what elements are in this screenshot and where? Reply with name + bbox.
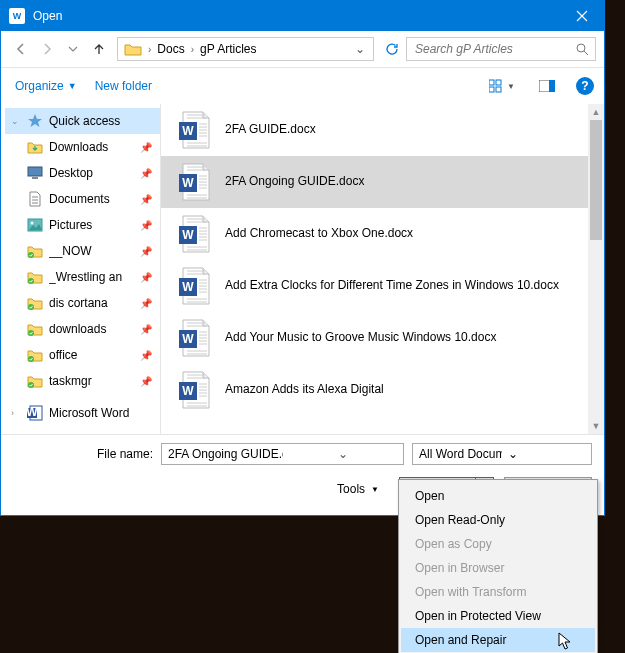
search-box[interactable] — [406, 37, 596, 61]
body: ⌄Quick accessDownloads📌Desktop📌Documents… — [1, 104, 604, 434]
filename-field[interactable]: 2FA Ongoing GUIDE.docx ⌄ — [161, 443, 404, 465]
sidebar-item-label: Downloads — [49, 140, 134, 154]
svg-text:W: W — [182, 124, 194, 138]
pin-icon: 📌 — [140, 376, 152, 387]
file-name: Add Extra Clocks for Different Time Zone… — [225, 278, 588, 294]
sidebar-item-desktop[interactable]: Desktop📌 — [5, 160, 160, 186]
chevron-right-icon: › — [11, 408, 21, 418]
scroll-up-icon[interactable]: ▲ — [588, 104, 604, 120]
dropdown-item-open-read-only[interactable]: Open Read-Only — [401, 508, 595, 532]
sidebar-item--now[interactable]: __NOW📌 — [5, 238, 160, 264]
file-name: 2FA Ongoing GUIDE.docx — [225, 174, 588, 190]
word-icon: W — [27, 405, 43, 421]
word-doc-icon: W — [177, 318, 211, 358]
sidebar-item--wrestling-an[interactable]: _Wrestling an📌 — [5, 264, 160, 290]
svg-point-0 — [577, 44, 585, 52]
pin-icon: 📌 — [140, 220, 152, 231]
sidebar-item-label: Quick access — [49, 114, 160, 128]
sidebar-item-microsoft-word[interactable]: ›WMicrosoft Word — [5, 400, 160, 426]
svg-rect-7 — [28, 167, 42, 176]
folder-check-icon — [27, 269, 43, 285]
breadcrumb[interactable]: › Docs › gP Articles ⌄ — [117, 37, 374, 61]
sidebar-item-label: _Wrestling an — [49, 270, 134, 284]
up-button[interactable] — [87, 37, 111, 61]
word-doc-icon: W — [177, 266, 211, 306]
sidebar-item-pictures[interactable]: Pictures📌 — [5, 212, 160, 238]
search-input[interactable] — [413, 41, 576, 57]
svg-text:W: W — [182, 176, 194, 190]
close-button[interactable] — [559, 1, 604, 31]
organize-menu[interactable]: Organize ▼ — [15, 79, 77, 93]
sidebar-item-label: __NOW — [49, 244, 134, 258]
word-doc-icon: W — [177, 110, 211, 150]
open-dropdown-menu: OpenOpen Read-OnlyOpen as CopyOpen in Br… — [398, 479, 598, 653]
dropdown-item-open-as-copy: Open as Copy — [401, 532, 595, 556]
mouse-cursor — [558, 632, 574, 652]
file-row[interactable]: WAdd Chromecast to Xbox One.docx — [161, 208, 604, 260]
sidebar-item-taskmgr[interactable]: taskmgr📌 — [5, 368, 160, 394]
help-button[interactable]: ? — [576, 77, 594, 95]
pane-icon — [539, 80, 555, 92]
sidebar: ⌄Quick accessDownloads📌Desktop📌Documents… — [1, 104, 161, 434]
thumbnails-icon — [489, 79, 505, 93]
chevron-down-icon — [68, 46, 78, 52]
pin-icon: 📌 — [140, 350, 152, 361]
sidebar-item-dis-cortana[interactable]: dis cortana📌 — [5, 290, 160, 316]
breadcrumb-item[interactable]: gP Articles — [196, 42, 260, 56]
sidebar-item-label: taskmgr — [49, 374, 134, 388]
nav-row: › Docs › gP Articles ⌄ — [1, 31, 604, 68]
word-app-icon: W — [9, 8, 25, 24]
view-mode-button[interactable]: ▼ — [486, 76, 518, 96]
dropdown-item-open-with-transform: Open with Transform — [401, 580, 595, 604]
scroll-down-icon[interactable]: ▼ — [588, 418, 604, 434]
chevron-down-icon[interactable]: ⌄ — [502, 447, 591, 461]
svg-rect-4 — [496, 87, 501, 92]
svg-rect-2 — [496, 80, 501, 85]
dropdown-item-open[interactable]: Open — [401, 484, 595, 508]
search-icon[interactable] — [576, 43, 589, 56]
word-doc-icon: W — [177, 370, 211, 410]
filename-label: File name: — [13, 447, 153, 461]
tools-menu[interactable]: Tools▼ — [337, 482, 379, 496]
file-type-filter[interactable]: All Word Documents (*.docx;*.d ⌄ — [412, 443, 592, 465]
file-row[interactable]: WAdd Extra Clocks for Different Time Zon… — [161, 260, 604, 312]
refresh-icon — [385, 42, 399, 56]
folder-check-icon — [27, 373, 43, 389]
sidebar-item-documents[interactable]: Documents📌 — [5, 186, 160, 212]
back-button[interactable] — [9, 37, 33, 61]
close-icon — [576, 10, 588, 22]
scrollbar[interactable]: ▲ ▼ — [588, 104, 604, 434]
scroll-thumb[interactable] — [590, 120, 602, 240]
window-title: Open — [33, 9, 559, 23]
file-row[interactable]: WAmazon Adds its Alexa Digital — [161, 364, 604, 416]
breadcrumb-dropdown[interactable]: ⌄ — [349, 42, 371, 56]
pin-icon: 📌 — [140, 246, 152, 257]
sidebar-item-office[interactable]: office📌 — [5, 342, 160, 368]
svg-rect-3 — [489, 87, 494, 92]
sidebar-item-label: Microsoft Word — [49, 406, 160, 420]
svg-text:W: W — [182, 384, 194, 398]
file-row[interactable]: W2FA Ongoing GUIDE.docx — [161, 156, 604, 208]
svg-rect-6 — [549, 80, 555, 92]
new-folder-button[interactable]: New folder — [95, 79, 152, 93]
arrow-left-icon — [14, 42, 28, 56]
dropdown-item-open-in-browser: Open in Browser — [401, 556, 595, 580]
refresh-button[interactable] — [380, 37, 404, 61]
word-doc-icon: W — [177, 214, 211, 254]
recent-dropdown[interactable] — [61, 37, 85, 61]
preview-pane-button[interactable] — [536, 77, 558, 95]
svg-point-10 — [31, 222, 34, 225]
breadcrumb-item[interactable]: Docs — [153, 42, 188, 56]
sidebar-item-downloads[interactable]: downloads📌 — [5, 316, 160, 342]
file-row[interactable]: W2FA GUIDE.docx — [161, 104, 604, 156]
filter-label: All Word Documents (*.docx;*.d — [413, 447, 502, 461]
sidebar-item-label: dis cortana — [49, 296, 134, 310]
forward-button[interactable] — [35, 37, 59, 61]
chevron-down-icon[interactable]: ⌄ — [283, 447, 404, 461]
sidebar-item-quick-access[interactable]: ⌄Quick access — [5, 108, 160, 134]
file-row[interactable]: WAdd Your Music to Groove Music Windows … — [161, 312, 604, 364]
chevron-right-icon: › — [146, 44, 153, 55]
file-name: Amazon Adds its Alexa Digital — [225, 382, 588, 398]
sidebar-item-downloads[interactable]: Downloads📌 — [5, 134, 160, 160]
dropdown-item-open-in-protected-view[interactable]: Open in Protected View — [401, 604, 595, 628]
